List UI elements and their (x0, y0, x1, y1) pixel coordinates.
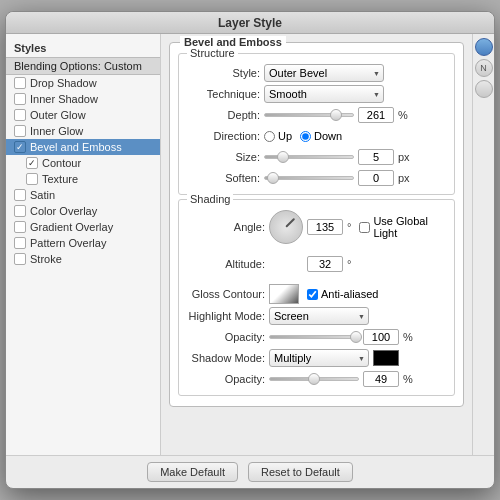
sidebar-item-color-overlay[interactable]: Color Overlay (6, 203, 160, 219)
ok-button[interactable] (475, 38, 493, 56)
opacity-slider-track[interactable] (269, 335, 359, 339)
angle-dial[interactable] (269, 210, 303, 244)
drop-shadow-checkbox[interactable] (14, 77, 26, 89)
depth-input[interactable] (358, 107, 394, 123)
technique-select-wrapper[interactable]: Smooth (264, 85, 384, 103)
sidebar-item-contour[interactable]: Contour (6, 155, 160, 171)
structure-title: Structure (187, 47, 238, 59)
sidebar-item-outer-glow[interactable]: Outer Glow (6, 107, 160, 123)
altitude-unit: ° (347, 258, 351, 270)
shadow-opacity-label: Opacity: (185, 373, 265, 385)
direction-up-input[interactable] (264, 131, 275, 142)
sidebar-item-satin[interactable]: Satin (6, 187, 160, 203)
soften-slider-track[interactable] (264, 176, 354, 180)
use-global-light-label[interactable]: Use Global Light (359, 215, 448, 239)
direction-label: Direction: (185, 130, 260, 142)
shadow-opacity-unit: % (403, 373, 413, 385)
shadow-opacity-slider-track[interactable] (269, 377, 359, 381)
angle-input[interactable] (307, 219, 343, 235)
highlight-mode-select-wrapper[interactable]: Screen (269, 307, 369, 325)
inner-glow-checkbox[interactable] (14, 125, 26, 137)
shadow-opacity-input[interactable] (363, 371, 399, 387)
altitude-row: Altitude: ° (185, 247, 448, 281)
satin-checkbox[interactable] (14, 189, 26, 201)
sidebar-item-inner-glow[interactable]: Inner Glow (6, 123, 160, 139)
depth-slider-track[interactable] (264, 113, 354, 117)
size-slider-thumb[interactable] (277, 151, 289, 163)
sidebar-title: Styles (6, 39, 160, 57)
texture-checkbox[interactable] (26, 173, 38, 185)
altitude-label: Altitude: (185, 258, 265, 270)
shading-group: Shading Angle: ° Use Global Light (178, 199, 455, 396)
sidebar-item-inner-shadow[interactable]: Inner Shadow (6, 91, 160, 107)
style-select-wrapper[interactable]: Outer Bevel (264, 64, 384, 82)
anti-aliased-checkbox[interactable] (307, 289, 318, 300)
direction-radio-group: Up Down (264, 130, 342, 142)
shadow-mode-select[interactable]: Multiply (269, 349, 369, 367)
opacity-unit: % (403, 331, 413, 343)
sidebar-item-drop-shadow[interactable]: Drop Shadow (6, 75, 160, 91)
stroke-checkbox[interactable] (14, 253, 26, 265)
size-row: Size: px (185, 148, 448, 166)
shadow-mode-row: Shadow Mode: Multiply (185, 349, 448, 367)
style-select[interactable]: Outer Bevel (264, 64, 384, 82)
size-label: Size: (185, 151, 260, 163)
technique-select[interactable]: Smooth (264, 85, 384, 103)
soften-input[interactable] (358, 170, 394, 186)
shadow-mode-select-wrapper[interactable]: Multiply (269, 349, 369, 367)
blending-options-header[interactable]: Blending Options: Custom (6, 57, 160, 75)
soften-row: Soften: px (185, 169, 448, 187)
angle-label: Angle: (185, 221, 265, 233)
size-slider-track[interactable] (264, 155, 354, 159)
shadow-color-swatch[interactable] (373, 350, 399, 366)
opacity-input[interactable] (363, 329, 399, 345)
size-input[interactable] (358, 149, 394, 165)
sidebar-item-pattern-overlay[interactable]: Pattern Overlay (6, 235, 160, 251)
use-global-light-checkbox[interactable] (359, 222, 370, 233)
angle-unit: ° (347, 221, 351, 233)
style-label: Style: (185, 67, 260, 79)
sidebar-item-stroke[interactable]: Stroke (6, 251, 160, 267)
gloss-contour-row: Gloss Contour: Anti-aliased (185, 284, 448, 304)
bottom-buttons: Make Default Reset to Default (6, 455, 494, 488)
soften-unit: px (398, 172, 410, 184)
anti-aliased-label[interactable]: Anti-aliased (307, 288, 378, 300)
bevel-emboss-group: Bevel and Emboss Structure Style: Outer … (169, 42, 464, 407)
opacity-row: Opacity: % (185, 328, 448, 346)
highlight-mode-select[interactable]: Screen (269, 307, 369, 325)
bevel-emboss-checkbox[interactable] (14, 141, 26, 153)
inner-shadow-checkbox[interactable] (14, 93, 26, 105)
sidebar-item-gradient-overlay[interactable]: Gradient Overlay (6, 219, 160, 235)
sidebar-item-texture[interactable]: Texture (6, 171, 160, 187)
make-default-button[interactable]: Make Default (147, 462, 238, 482)
direction-up-radio[interactable]: Up (264, 130, 292, 142)
main-panel: Bevel and Emboss Structure Style: Outer … (161, 34, 472, 455)
shadow-opacity-row: Opacity: % (185, 370, 448, 388)
depth-unit: % (398, 109, 408, 121)
gradient-overlay-checkbox[interactable] (14, 221, 26, 233)
gloss-contour-preview[interactable] (269, 284, 299, 304)
direction-down-input[interactable] (300, 131, 311, 142)
shadow-opacity-slider-thumb[interactable] (308, 373, 320, 385)
pattern-overlay-checkbox[interactable] (14, 237, 26, 249)
altitude-spacer (269, 247, 303, 281)
shading-title: Shading (187, 193, 233, 205)
sidebar-item-bevel-emboss[interactable]: Bevel and Emboss (6, 139, 160, 155)
title-bar: Layer Style (6, 12, 494, 34)
color-overlay-checkbox[interactable] (14, 205, 26, 217)
cancel-button[interactable]: N (475, 59, 493, 77)
soften-slider-thumb[interactable] (267, 172, 279, 184)
depth-row: Depth: % (185, 106, 448, 124)
altitude-input[interactable] (307, 256, 343, 272)
opacity-label: Opacity: (185, 331, 265, 343)
depth-slider-thumb[interactable] (330, 109, 342, 121)
opacity-slider-thumb[interactable] (350, 331, 362, 343)
reset-to-default-button[interactable]: Reset to Default (248, 462, 353, 482)
new-style-button[interactable] (475, 80, 493, 98)
style-row: Style: Outer Bevel (185, 64, 448, 82)
contour-checkbox[interactable] (26, 157, 38, 169)
window-title: Layer Style (218, 16, 282, 30)
size-unit: px (398, 151, 410, 163)
direction-down-radio[interactable]: Down (300, 130, 342, 142)
outer-glow-checkbox[interactable] (14, 109, 26, 121)
